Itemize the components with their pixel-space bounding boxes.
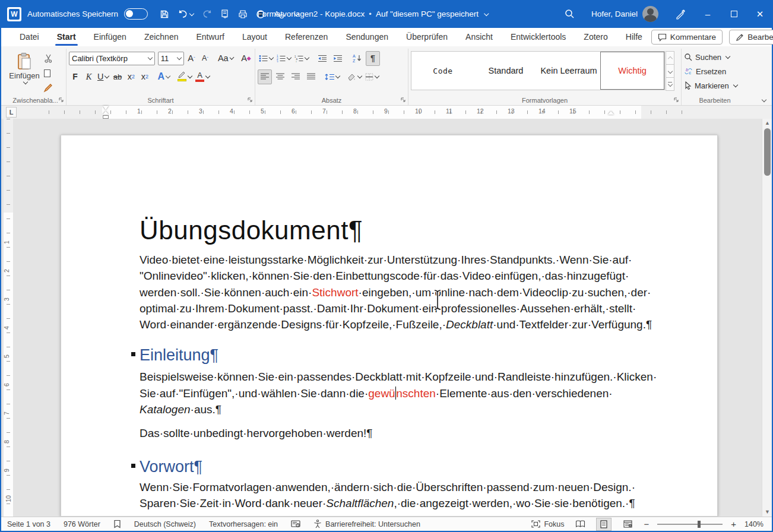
superscript-button[interactable]: x2 xyxy=(138,69,151,84)
save-icon[interactable] xyxy=(160,10,169,19)
focus-button[interactable]: Fokus xyxy=(531,520,564,528)
scroll-down-arrow[interactable]: ▼ xyxy=(762,508,772,517)
shrink-font-button[interactable]: Aˇ xyxy=(199,51,211,66)
document-page[interactable]: Übungsdokument¶Video·bietet·eine·leistun… xyxy=(61,135,718,517)
styles-more-button[interactable] xyxy=(666,77,674,91)
zoom-level[interactable]: 140% xyxy=(745,520,764,528)
tab-hilfe[interactable]: Hilfe xyxy=(617,28,651,46)
clear-formatting-button[interactable]: A◆ xyxy=(240,51,252,66)
select-button[interactable]: Markieren xyxy=(684,78,746,93)
underline-button[interactable]: U xyxy=(96,69,110,84)
document-title[interactable]: Formatvorlagen2 - Kopie.docx • Auf "dies… xyxy=(257,0,488,28)
print-icon[interactable] xyxy=(238,10,248,19)
right-indent-marker[interactable] xyxy=(608,111,614,115)
account-name[interactable]: Hofer, Daniel xyxy=(583,0,667,28)
font-name-combo[interactable]: Calibri (Textkörp xyxy=(69,52,155,65)
tab-sendungen[interactable]: Sendungen xyxy=(337,28,397,46)
zoom-slider-thumb[interactable] xyxy=(698,521,701,528)
styles-dialog-launcher[interactable] xyxy=(673,97,679,103)
word-logo-icon[interactable]: W xyxy=(7,7,21,21)
print-layout-button[interactable] xyxy=(596,518,612,531)
tab-entwurf[interactable]: Entwurf xyxy=(187,28,233,46)
tab-einfügen[interactable]: Einfügen xyxy=(85,28,135,46)
style-cell-wichtig[interactable]: Wichtig xyxy=(600,52,664,90)
grow-font-button[interactable]: Aˆ xyxy=(185,51,198,66)
tab-zotero[interactable]: Zotero xyxy=(575,28,616,46)
tab-ansicht[interactable]: Ansicht xyxy=(457,28,502,46)
avatar[interactable] xyxy=(642,6,658,22)
display-settings-icon[interactable] xyxy=(291,520,300,528)
scrollbar-thumb[interactable] xyxy=(764,128,771,176)
align-left-button[interactable] xyxy=(258,69,272,84)
paragraph-dialog-launcher[interactable] xyxy=(400,97,406,103)
accessibility-status[interactable]: Barrierefreiheit: Untersuchen xyxy=(313,520,420,528)
text-predictions[interactable]: Textvorhersagen: ein xyxy=(209,520,278,528)
minimize-button[interactable]: – xyxy=(695,0,721,28)
subscript-button[interactable]: x2 xyxy=(125,69,137,84)
first-line-indent-marker[interactable] xyxy=(103,106,109,110)
copilot-icon[interactable] xyxy=(667,0,695,28)
align-center-button[interactable] xyxy=(273,69,287,84)
tab-zeichnen[interactable]: Zeichnen xyxy=(135,28,188,46)
font-color-button[interactable]: A xyxy=(194,69,211,84)
text-effects-button[interactable]: A xyxy=(156,69,171,84)
paste-button[interactable]: Einfügen xyxy=(7,50,42,93)
language-indicator[interactable]: Deutsch (Schweiz) xyxy=(134,520,196,528)
paste-chevron-icon[interactable] xyxy=(23,80,27,84)
increase-indent-button[interactable] xyxy=(331,51,345,66)
page-indicator[interactable]: Seite 1 von 3 xyxy=(7,520,50,528)
decrease-indent-button[interactable] xyxy=(315,51,330,66)
replace-button[interactable]: bc Ersetzen xyxy=(684,64,746,78)
close-button[interactable]: ✕ xyxy=(747,0,773,28)
tab-überprüfen[interactable]: Überprüfen xyxy=(397,28,457,46)
style-cell-code[interactable]: Code xyxy=(411,52,474,90)
search-icon[interactable] xyxy=(556,0,583,28)
justify-button[interactable] xyxy=(304,69,318,84)
font-dialog-launcher[interactable] xyxy=(247,97,253,103)
styles-scroll-up[interactable] xyxy=(666,51,674,65)
format-painter-button[interactable] xyxy=(42,83,55,93)
style-cell-standard[interactable]: Standard xyxy=(474,52,537,90)
tab-datei[interactable]: Datei xyxy=(11,28,48,46)
tab-start[interactable]: Start xyxy=(48,28,85,46)
zoom-slider[interactable] xyxy=(657,524,723,525)
bold-button[interactable]: F xyxy=(69,69,81,84)
italic-button[interactable]: K xyxy=(83,69,95,84)
clipboard-dialog-launcher[interactable] xyxy=(58,97,64,103)
sort-button[interactable]: AZ xyxy=(350,51,365,66)
tab-entwicklertools[interactable]: Entwicklertools xyxy=(502,28,575,46)
highlight-color-button[interactable] xyxy=(176,69,193,84)
numbering-button[interactable]: 123 xyxy=(275,51,292,66)
web-layout-button[interactable] xyxy=(620,518,635,531)
horizontal-ruler[interactable]: L 123456789101112131415 xyxy=(1,106,772,119)
vertical-ruler[interactable]: 12345678910 xyxy=(4,119,13,517)
zoom-in-button[interactable]: + xyxy=(731,519,736,529)
borders-button[interactable] xyxy=(364,69,380,84)
line-spacing-button[interactable] xyxy=(324,69,341,84)
styles-scroll-down[interactable] xyxy=(666,64,674,78)
word-count[interactable]: 976 Wörter xyxy=(64,520,100,528)
autosave-toggle[interactable] xyxy=(124,8,148,20)
strikethrough-button[interactable]: ab xyxy=(111,69,123,84)
hanging-indent-marker[interactable] xyxy=(103,111,109,115)
tab-selector[interactable]: L xyxy=(6,107,17,118)
print-preview-icon[interactable] xyxy=(221,10,230,19)
maximize-button[interactable] xyxy=(721,0,747,28)
style-cell-kein-leerraum[interactable]: Kein Leerraum xyxy=(537,52,600,90)
comments-button[interactable]: Kommentare xyxy=(651,30,723,45)
scroll-up-arrow[interactable]: ▲ xyxy=(762,119,772,128)
collapse-ribbon-chevron[interactable] xyxy=(762,97,766,102)
tab-layout[interactable]: Layout xyxy=(233,28,276,46)
show-formatting-marks-button[interactable]: ¶ xyxy=(366,51,380,66)
change-case-button[interactable]: Aa xyxy=(217,51,235,66)
copy-button[interactable] xyxy=(42,68,55,79)
undo-chevron[interactable] xyxy=(189,11,194,15)
zoom-out-button[interactable]: − xyxy=(644,519,649,529)
find-button[interactable]: Suchen xyxy=(684,50,746,64)
editing-mode-button[interactable]: Bearbeitung xyxy=(729,30,773,45)
cut-button[interactable] xyxy=(42,53,55,64)
bullets-button[interactable] xyxy=(258,51,274,66)
font-size-combo[interactable]: 11 xyxy=(158,52,184,65)
align-right-button[interactable] xyxy=(289,69,303,84)
multilevel-list-button[interactable]: 1ai xyxy=(293,51,310,66)
